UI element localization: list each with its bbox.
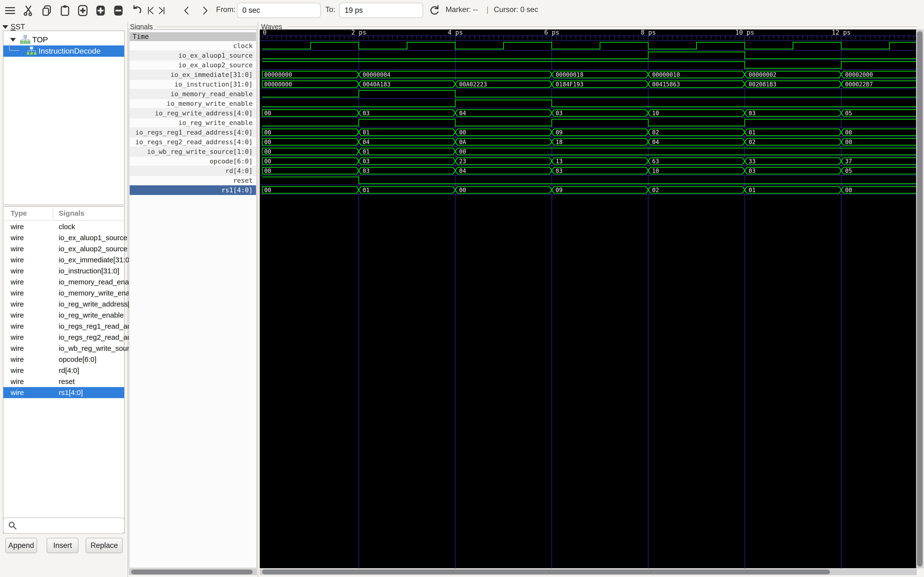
search-input[interactable]	[21, 518, 124, 533]
type-list-row[interactable]: wireio_memory_read_enable	[3, 276, 124, 287]
type-list-row[interactable]: wireio_instruction[31:0]	[3, 266, 124, 276]
go-to-start-icon[interactable]	[147, 4, 155, 17]
signal-row[interactable]: io_ex_immediate[31:0]	[130, 70, 256, 80]
signal-row[interactable]: io_reg_write_address[4:0]	[130, 108, 256, 118]
time-header[interactable]: Time	[130, 32, 256, 41]
step-back-icon[interactable]	[182, 4, 192, 17]
to-input[interactable]	[339, 3, 423, 18]
svg-text:00002000: 00002000	[845, 71, 873, 78]
svg-text:00000002: 00000002	[749, 71, 777, 78]
sst-label: ST	[16, 23, 25, 31]
zoom-in-icon[interactable]	[94, 4, 107, 17]
svg-text:63: 63	[652, 158, 659, 165]
tree-expander-icon[interactable]	[10, 38, 16, 42]
type-list-row[interactable]: wireio_reg_write_enable	[3, 309, 124, 321]
zoom-out-icon[interactable]	[112, 4, 124, 17]
cut-icon[interactable]	[22, 4, 35, 17]
wire-name-label: clock	[59, 222, 75, 231]
svg-text:03: 03	[556, 168, 562, 174]
type-list-row[interactable]: wireio_ex_aluop1_source	[3, 232, 124, 243]
svg-text:00: 00	[845, 187, 852, 193]
reload-icon[interactable]	[428, 4, 441, 17]
type-list-row[interactable]: wireio_ex_immediate[31:0]	[3, 255, 124, 266]
paste-icon[interactable]	[59, 4, 71, 17]
svg-text:4 ps: 4 ps	[448, 29, 463, 36]
column-separator[interactable]	[53, 209, 53, 219]
svg-text:33: 33	[749, 158, 756, 165]
type-column-header[interactable]: Type	[11, 209, 27, 218]
type-list-row[interactable]: wireio_regs_reg2_read_address[4:0]	[3, 332, 124, 343]
signal-row[interactable]: rd[4:0]	[130, 166, 256, 176]
tree-item-top[interactable]: TOP	[3, 34, 124, 45]
svg-text:00: 00	[459, 187, 466, 193]
signal-row[interactable]: io_memory_read_enable	[130, 89, 256, 99]
insert-button[interactable]: Insert	[47, 538, 78, 553]
svg-text:00: 00	[264, 148, 271, 155]
wave-canvas[interactable]: 02 ps4 ps6 ps8 ps10 ps12 ps0000000000000…	[260, 29, 917, 568]
type-list-row[interactable]: wireio_memory_write_enable	[3, 287, 124, 298]
svg-text:00000000: 00000000	[264, 71, 292, 78]
svg-text:002081B3: 002081B3	[749, 81, 777, 88]
sst-expander-icon[interactable]	[2, 25, 8, 29]
type-list-row[interactable]: wireio_ex_aluop2_source	[3, 243, 124, 255]
svg-text:00000004: 00000004	[363, 71, 391, 78]
waves-hscrollbar-thumb[interactable]	[262, 569, 830, 574]
wire-name-label: opcode[6:0]	[59, 355, 97, 364]
signals-column-header[interactable]: Signals	[59, 209, 84, 218]
hierarchy-icon	[20, 35, 30, 45]
svg-text:10: 10	[652, 168, 659, 174]
menu-icon[interactable]	[4, 4, 16, 17]
svg-text:13: 13	[556, 158, 562, 165]
type-list-row[interactable]: wirerd[4:0]	[3, 365, 124, 376]
sst-label-mnemonic: S	[11, 23, 16, 31]
svg-text:00: 00	[264, 158, 271, 165]
signal-row[interactable]: io_ex_aluop2_source	[130, 60, 256, 70]
step-forward-icon[interactable]	[200, 4, 210, 17]
tree-item-label: TOP	[32, 35, 48, 44]
type-list-row[interactable]: wireclock	[3, 221, 124, 232]
signal-row[interactable]: opcode[6:0]	[130, 156, 256, 166]
wire-type-label: wire	[11, 278, 24, 286]
signal-row[interactable]: io_wb_reg_write_source[1:0]	[130, 147, 256, 156]
signal-row[interactable]: io_reg_write_enable	[130, 118, 256, 128]
signal-row[interactable]: io_instruction[31:0]	[130, 80, 256, 89]
wire-type-label: wire	[11, 344, 24, 353]
svg-text:0040A183: 0040A183	[363, 81, 391, 88]
waves-vscrollbar[interactable]	[916, 29, 924, 568]
left-sash[interactable]	[128, 22, 128, 577]
type-list-row[interactable]: wirereset	[3, 376, 124, 387]
signal-row[interactable]: io_regs_reg2_read_address[4:0]	[130, 137, 256, 147]
signals-hscrollbar-thumb[interactable]	[131, 569, 253, 574]
replace-button[interactable]: Replace	[86, 538, 123, 553]
svg-text:00: 00	[845, 139, 852, 145]
undo-icon[interactable]	[130, 4, 142, 17]
signal-search[interactable]	[3, 517, 124, 534]
from-input[interactable]	[237, 3, 321, 18]
waves-vscrollbar-thumb[interactable]	[917, 31, 922, 566]
go-to-end-icon[interactable]	[157, 4, 166, 17]
svg-text:09: 09	[556, 129, 562, 136]
wire-type-label: wire	[11, 377, 24, 386]
type-list-row[interactable]: wireio_reg_write_address[4:0]	[3, 298, 124, 309]
to-label: To:	[325, 5, 335, 14]
right-sash[interactable]	[258, 22, 258, 577]
sst-header[interactable]: SST	[2, 23, 25, 31]
type-list-row[interactable]: wirers1[4:0]	[3, 387, 124, 398]
signal-row[interactable]: io_memory_write_enable	[130, 99, 256, 108]
signals-hscrollbar[interactable]	[129, 569, 257, 575]
signal-row[interactable]: clock	[130, 41, 256, 51]
type-list-row[interactable]: wireio_wb_reg_write_source[1:0]	[3, 343, 124, 354]
waves-hscrollbar[interactable]	[260, 569, 917, 575]
type-list-row[interactable]: wireio_regs_reg1_read_address[4:0]	[3, 321, 124, 332]
signal-row[interactable]: io_ex_aluop1_source	[130, 51, 256, 60]
wire-name-label: io_memory_read_enable	[59, 278, 139, 286]
tree-item-instructiondecode[interactable]: InstructionDecode	[3, 45, 124, 57]
zoom-fit-icon[interactable]	[76, 4, 89, 17]
type-list-row[interactable]: wireopcode[6:0]	[3, 354, 124, 365]
signal-row[interactable]: reset	[130, 176, 256, 185]
svg-text:00000018: 00000018	[556, 71, 583, 78]
append-button[interactable]: Append	[5, 538, 37, 553]
signal-row[interactable]: rs1[4:0]	[130, 185, 256, 195]
copy-icon[interactable]	[40, 4, 53, 17]
signal-row[interactable]: io_regs_reg1_read_address[4:0]	[130, 128, 256, 137]
